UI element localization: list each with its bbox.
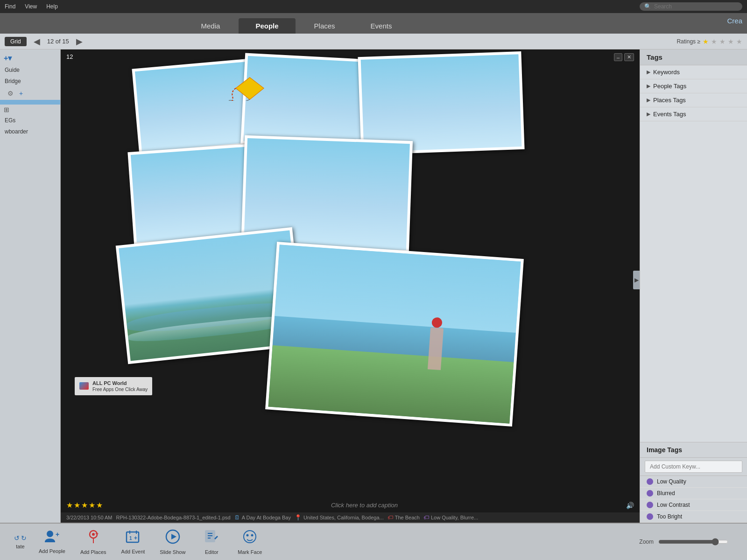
mark-face-label: Mark Face xyxy=(238,549,262,555)
add-people-button[interactable]: + Add People xyxy=(31,527,73,557)
add-event-label: Add Event xyxy=(121,549,145,554)
tab-people[interactable]: People xyxy=(239,18,295,34)
sidebar-item-active[interactable] xyxy=(0,100,60,105)
svg-text:+: + xyxy=(134,535,137,541)
svg-text:+: + xyxy=(56,531,59,538)
photo-card-7[interactable] xyxy=(265,242,524,427)
sound-icon[interactable]: 🔊 xyxy=(626,502,634,509)
rotate-left-icon: ↺ xyxy=(14,534,20,542)
add-keyword-wrap xyxy=(640,458,747,476)
tag-item-places[interactable]: ▶ Places Tags xyxy=(640,93,747,107)
collage-controls: – ✕ xyxy=(614,53,634,61)
collage-container: 12 – ✕ xyxy=(61,49,640,498)
plus-icon: +▾ xyxy=(4,54,12,63)
mark-face-button[interactable]: Mark Face xyxy=(230,526,269,558)
collage-minimize-btn[interactable]: – xyxy=(614,53,622,61)
slideshow-label: Slide Show xyxy=(160,549,185,555)
gear-icon[interactable]: ⚙ xyxy=(4,88,17,98)
create-button[interactable]: Crea xyxy=(727,17,742,25)
add-event-icon: 1 + xyxy=(126,530,141,547)
main-tabs-bar: Media People Places Events Crea xyxy=(0,13,747,34)
tab-media[interactable]: Media xyxy=(184,18,237,34)
zoom-area: Zoom xyxy=(639,538,738,546)
events-tags-arrow: ▶ xyxy=(647,111,650,117)
add-event-button[interactable]: 1 + Add Event xyxy=(114,527,153,557)
tag-item-events[interactable]: ▶ Events Tags xyxy=(640,107,747,121)
rating-star-5[interactable]: ★ xyxy=(96,501,103,510)
editor-label: Editor xyxy=(205,549,218,555)
star-3[interactable]: ★ xyxy=(719,38,726,45)
svg-text:1: 1 xyxy=(129,536,132,541)
event-icon: 🗓 xyxy=(234,514,240,521)
add-button-top[interactable]: +▾ xyxy=(0,52,60,64)
sidebar-item-egs[interactable]: EGs xyxy=(0,115,60,126)
collage-close-btn[interactable]: ✕ xyxy=(624,53,634,61)
search-icon: 🔍 xyxy=(644,3,651,10)
events-tags-label: Events Tags xyxy=(653,111,686,118)
info-bar: ★ ★ ★ ★ ★ Click here to add caption 🔊 xyxy=(61,498,640,512)
secondary-toolbar: Grid ◀ 12 of 15 ▶ Ratings ≥ ★ ★ ★ ★ ★ xyxy=(0,34,747,49)
rating-star-1[interactable]: ★ xyxy=(66,501,73,510)
search-input[interactable] xyxy=(654,3,738,10)
watermark: ALL PC World Free Apps One Click Away xyxy=(75,377,152,395)
menu-help[interactable]: Help xyxy=(46,3,58,10)
slideshow-button[interactable]: Slide Show xyxy=(152,526,193,558)
collage-number: 12 xyxy=(66,53,73,60)
image-tag-blurred: Blurred xyxy=(640,488,747,499)
small-add-icon[interactable]: + xyxy=(19,90,23,97)
image-tag-label-3: Low Contrast xyxy=(657,502,690,508)
right-sidebar: Tags ▶ Keywords ▶ People Tags ▶ Places T… xyxy=(640,49,747,523)
mark-face-icon xyxy=(242,529,257,547)
tag-item-people[interactable]: ▶ People Tags xyxy=(640,79,747,93)
add-places-button[interactable]: + Add Places xyxy=(73,526,114,558)
star-5[interactable]: ★ xyxy=(736,38,742,45)
meta-filename: RPH-130322-Adobe-Bodega-8873-1_edited-1.… xyxy=(116,515,230,520)
rating-star-3[interactable]: ★ xyxy=(81,501,88,510)
rating-star-2[interactable]: ★ xyxy=(74,501,80,510)
add-people-label: Add People xyxy=(39,548,65,554)
star-1[interactable]: ★ xyxy=(703,38,709,45)
tag-dot-2 xyxy=(647,490,653,497)
photo-card-3[interactable] xyxy=(358,51,524,155)
photos-area: 12 – ✕ xyxy=(61,49,640,498)
meta-event-text: A Day At Bodega Bay xyxy=(242,515,291,520)
zoom-slider[interactable] xyxy=(658,538,728,546)
image-tag-low-quality: Low Quality xyxy=(640,476,747,488)
add-keyword-input[interactable] xyxy=(645,461,742,473)
rotate-button[interactable]: ↺ ↻ tate xyxy=(9,532,31,552)
menu-view[interactable]: View xyxy=(25,3,37,10)
sidebar-item-wboarder[interactable]: wboarder xyxy=(0,126,60,137)
svg-rect-16 xyxy=(208,533,212,534)
sidebar-sub-controls: ⚙ + xyxy=(0,87,60,100)
tag-item-keywords[interactable]: ▶ Keywords xyxy=(640,65,747,79)
tab-places[interactable]: Places xyxy=(297,18,352,34)
rating-star-4[interactable]: ★ xyxy=(89,501,95,510)
meta-album-text: The Beach xyxy=(395,515,420,520)
star-2[interactable]: ★ xyxy=(711,38,717,45)
caption-text[interactable]: Click here to add caption xyxy=(106,502,622,509)
sidebar-item-guide[interactable]: Guide xyxy=(0,64,60,76)
people-tags-label: People Tags xyxy=(653,83,686,90)
keywords-arrow: ▶ xyxy=(647,69,650,75)
add-places-icon: + xyxy=(87,529,100,547)
star-4[interactable]: ★ xyxy=(728,38,734,45)
svg-rect-18 xyxy=(208,538,211,539)
ratings-area: Ratings ≥ ★ ★ ★ ★ ★ xyxy=(677,38,742,45)
image-tag-too-bright: Too Bright xyxy=(640,511,747,523)
grid-button[interactable]: Grid xyxy=(5,37,27,46)
svg-text:+: + xyxy=(95,531,99,537)
editor-button[interactable]: Editor xyxy=(193,526,230,558)
next-arrow[interactable]: ▶ xyxy=(74,36,85,47)
sidebar-item-bridge[interactable]: Bridge xyxy=(0,76,60,87)
prev-arrow[interactable]: ◀ xyxy=(31,36,42,47)
zoom-label: Zoom xyxy=(639,539,654,545)
expand-sidebar-btn[interactable]: ▶ xyxy=(633,271,640,289)
meta-tag-album: 🏷 The Beach xyxy=(388,514,420,521)
tab-events[interactable]: Events xyxy=(354,18,409,34)
meta-tag-location: 📍 United States, California, Bodega... xyxy=(295,514,384,521)
watermark-text: ALL PC World Free Apps One Click Away xyxy=(92,380,148,392)
meta-tag-quality: 🏷 Low Quality, Blurre... xyxy=(423,514,478,521)
ratings-label: Ratings ≥ xyxy=(677,38,700,45)
sidebar-icon-row: ⊞ xyxy=(0,105,60,115)
menu-find[interactable]: Find xyxy=(5,3,15,10)
